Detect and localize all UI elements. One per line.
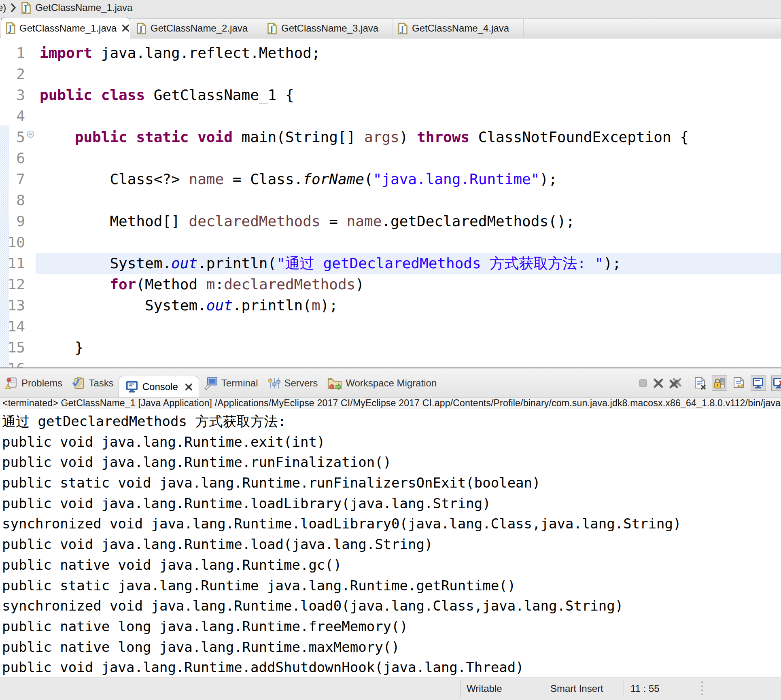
open-console-icon[interactable]	[771, 375, 781, 391]
fold-column	[25, 169, 36, 190]
code-text: public static void main(String[] args) t…	[36, 127, 781, 148]
code-text: System.out.println("通过 getDeclaredMethod…	[36, 253, 781, 274]
code-text	[36, 64, 781, 85]
remove-launch-icon[interactable]	[653, 378, 664, 388]
scroll-lock-icon[interactable]	[712, 375, 727, 391]
line-number: 11	[0, 253, 25, 274]
remove-all-launches-icon[interactable]	[669, 378, 683, 389]
editor-tab-2[interactable]: JGetClassName_2.java	[132, 19, 262, 38]
fold-column	[25, 85, 36, 106]
code-line[interactable]: 6	[0, 148, 781, 169]
console-output-line: public void java.lang.Runtime.loadLibrar…	[2, 493, 781, 514]
console-output-line: public native void java.lang.Runtime.gc(…	[2, 555, 781, 575]
statusbar-insert-mode: Smart Insert	[550, 677, 603, 700]
fold-column	[25, 211, 36, 232]
terminal-icon	[204, 377, 218, 390]
code-line[interactable]: 15 }	[0, 337, 781, 358]
code-text	[36, 232, 781, 253]
console-output-line: synchronized void java.lang.Runtime.load…	[2, 596, 781, 616]
tasks-icon	[72, 377, 85, 390]
tab-close-icon[interactable]	[185, 383, 193, 391]
console-tab-servers[interactable]: Servers	[263, 369, 323, 398]
console-tabbar: ProblemsTasksConsoleTerminalServersWorks…	[0, 369, 781, 398]
fold-column	[25, 190, 36, 211]
fold-column	[25, 42, 36, 64]
java-file-icon: J	[6, 22, 15, 34]
status-bar: Writable Smart Insert 11 : 55	[0, 677, 781, 700]
console-output-line: public void java.lang.Runtime.addShutdow…	[2, 657, 781, 677]
console-output-line: public void java.lang.Runtime.runFinaliz…	[2, 452, 781, 473]
tab-close-icon[interactable]	[122, 24, 129, 32]
code-text: for(Method m:declaredMethods)	[36, 274, 781, 295]
code-line[interactable]: 7 Class<?> name = Class.forName("java.la…	[0, 169, 781, 190]
java-file-icon: J	[398, 23, 407, 34]
code-text: import java.lang.reflect.Method;	[36, 42, 781, 64]
code-line[interactable]: 9 Method[] declaredMethods = name.getDec…	[0, 211, 781, 232]
line-number: 13	[0, 295, 25, 316]
console-tab-label: Terminal	[221, 378, 258, 389]
pin-console-icon[interactable]	[751, 375, 766, 391]
code-line[interactable]: 16	[0, 358, 781, 367]
code-line[interactable]: 12 for(Method m:declaredMethods)	[0, 274, 781, 295]
code-text: Method[] declaredMethods = name.getDecla…	[36, 211, 781, 232]
fold-column	[25, 358, 36, 367]
console-tab-problems[interactable]: Problems	[0, 369, 67, 398]
code-line[interactable]: 14	[0, 316, 781, 337]
fold-column	[25, 274, 36, 295]
editor-tab-active[interactable]: JGetClassName_1.java	[1, 17, 130, 39]
editor-tab-label: GetClassName_4.java	[412, 23, 509, 34]
fold-column	[25, 232, 36, 253]
code-line[interactable]: 13 System.out.println(m);	[0, 295, 781, 316]
editor-tab-label: GetClassName_3.java	[281, 23, 378, 34]
line-number: 8	[0, 190, 25, 211]
code-editor[interactable]: 1import java.lang.reflect.Method;23publi…	[0, 38, 781, 367]
breadcrumb-file-name: GetClassName_1.java	[35, 2, 132, 13]
console-panel: ProblemsTasksConsoleTerminalServersWorks…	[0, 369, 781, 677]
terminate-icon[interactable]	[638, 378, 648, 388]
code-text	[36, 106, 781, 127]
code-line[interactable]: 1import java.lang.reflect.Method;	[0, 42, 781, 64]
statusbar-caret-position: 11 : 55	[630, 677, 660, 700]
toolbar-separator	[688, 377, 688, 389]
console-icon	[125, 380, 139, 393]
clear-console-icon[interactable]	[694, 377, 707, 390]
console-tab-label: Tasks	[89, 378, 113, 389]
java-file-icon: J	[137, 23, 146, 34]
console-output[interactable]: 通过 getDeclaredMethods 方式获取方法: public voi…	[0, 409, 781, 677]
code-line[interactable]: 11 System.out.println("通过 getDeclaredMet…	[0, 253, 781, 274]
svg-text:J: J	[138, 25, 143, 33]
svg-text:J: J	[400, 25, 404, 33]
code-area[interactable]: 1import java.lang.reflect.Method;23publi…	[0, 42, 781, 367]
code-line[interactable]: 2	[0, 64, 781, 85]
console-output-line: public static java.lang.Runtime java.lan…	[2, 575, 781, 596]
statusbar-drag-handle[interactable]	[701, 681, 703, 695]
editor-tab-3[interactable]: JGetClassName_3.java	[262, 19, 393, 38]
word-wrap-icon[interactable]	[732, 377, 745, 389]
svg-text:J: J	[269, 25, 274, 33]
fold-column	[25, 337, 36, 358]
line-number: 14	[0, 316, 25, 337]
workspace-migration-icon	[327, 377, 342, 390]
code-line[interactable]: 3public class GetClassName_1 {	[0, 85, 781, 106]
code-line[interactable]: 5 public static void main(String[] args)…	[0, 127, 781, 148]
line-number: 4	[0, 106, 25, 127]
console-tab-workspace-migration[interactable]: Workspace Migration	[323, 369, 441, 398]
console-tab-label: Console	[142, 381, 178, 392]
console-tab-console[interactable]: Console	[119, 376, 199, 398]
code-line[interactable]: 10	[0, 232, 781, 253]
console-output-line: public void java.lang.Runtime.load(java.…	[2, 534, 781, 555]
statusbar-separator	[624, 680, 624, 698]
console-output-line: public static void java.lang.Runtime.run…	[2, 473, 781, 493]
code-line[interactable]: 8	[0, 190, 781, 211]
line-number: 6	[0, 148, 25, 169]
line-number: 12	[0, 274, 25, 295]
editor-tab-label: GetClassName_1.java	[19, 23, 117, 34]
console-tab-label: Workspace Migration	[346, 378, 437, 389]
statusbar-separator	[544, 680, 544, 698]
code-line[interactable]: 4	[0, 106, 781, 127]
editor-tab-4[interactable]: JGetClassName_4.java	[393, 19, 524, 38]
editor-tabbar: JGetClassName_2.javaJGetClassName_3.java…	[0, 15, 781, 38]
fold-column	[25, 148, 36, 169]
console-tab-tasks[interactable]: Tasks	[67, 369, 118, 398]
console-tab-terminal[interactable]: Terminal	[199, 369, 263, 398]
